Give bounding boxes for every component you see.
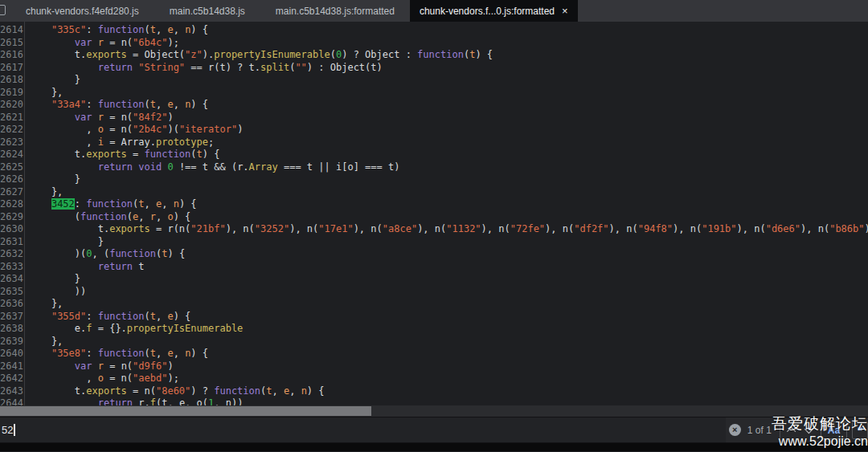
code-line[interactable]: }, [28,186,868,199]
code-line[interactable]: t.exports = Object("z").propertyIsEnumer… [28,49,868,62]
devtools-source-panel: chunk-vendors.f4efd280.jsmain.c5b14d38.j… [0,0,868,452]
line-number[interactable]: 2637 [0,311,21,324]
line-number[interactable]: 2617 [0,62,21,75]
code-line[interactable]: t.exports = r(n("21bf"), n("3252"), n("1… [28,223,868,236]
code-line[interactable]: } [28,273,868,286]
tab-label: chunk-vendors.f...0.js:formatted [420,6,555,17]
code-line[interactable]: e.f = {}.propertyIsEnumerable [28,323,868,336]
code-line[interactable]: }, [28,336,868,348]
scrollbar-thumb[interactable] [0,406,371,416]
code-line[interactable]: var r = n("6b4c"); [28,37,868,50]
line-number[interactable]: 2614 [0,24,21,37]
text-caret [14,424,15,436]
tab-label: main.c5b14d38.js [170,6,245,17]
code-line[interactable]: 3452: function(t, e, n) { [28,198,868,211]
chevron-down-icon [805,424,813,433]
panel-corner-icon [0,5,6,15]
line-number[interactable]: 2643 [0,385,21,398]
search-query-text: 52 [2,424,13,436]
line-number[interactable]: 2634 [0,273,21,286]
code-line[interactable]: return void 0 !== t && (r.Array === t ||… [28,161,868,174]
line-number[interactable]: 2631 [0,236,21,249]
line-number[interactable]: 2638 [0,323,21,336]
code-line[interactable]: "35e8": function(t, e, n) { [28,348,868,360]
line-number[interactable]: 2625 [0,161,21,174]
tab[interactable]: chunk-vendors.f4efd280.js [10,0,154,22]
code-line[interactable]: (function(e, r, o) { [28,211,868,224]
line-number[interactable]: 2640 [0,348,21,360]
code-line[interactable]: return t [28,261,868,274]
line-number[interactable]: 2619 [0,87,21,100]
line-number[interactable]: 2632 [0,248,21,261]
line-number[interactable]: 2639 [0,336,21,348]
tab-label: chunk-vendors.f4efd280.js [26,6,139,17]
code-line[interactable]: "335c": function(t, e, n) { [28,24,868,37]
tab-label: main.c5b14d38.js:formatted [276,6,395,17]
line-number[interactable]: 2636 [0,298,21,311]
code-line[interactable]: }, [28,87,868,100]
code-line[interactable]: "355d": function(t, e) { [28,311,868,324]
search-match-highlight: 3452 [51,198,75,210]
code-line[interactable]: t.exports = function(t) { [28,149,868,161]
next-match-button[interactable] [800,421,816,439]
line-number[interactable]: 2635 [0,286,21,299]
code-line[interactable]: var r = n("84f2") [28,112,868,124]
line-number[interactable]: 2642 [0,373,21,385]
clear-search-icon[interactable]: × [729,424,741,436]
code-line[interactable]: , i = Array.prototype; [28,136,868,149]
line-number[interactable]: 2616 [0,49,21,62]
line-number[interactable]: 2641 [0,360,21,373]
toolbar-divider [780,422,780,438]
code-editor: 2614261526162617261826192620262126222623… [0,22,868,417]
tab[interactable]: main.c5b14d38.js [154,0,260,22]
code-line[interactable]: "33a4": function(t, e, n) { [28,99,868,112]
line-number[interactable]: 2615 [0,37,21,50]
close-tab-icon[interactable]: × [562,6,568,16]
code-line[interactable]: , o = n("2b4c")("iterator") [28,124,868,136]
line-number[interactable]: 2624 [0,149,21,161]
code-line[interactable]: } [28,74,868,87]
regex-toggle[interactable]: * [852,421,868,439]
find-bar: 52 × 1 of 1 Aa * [0,417,868,443]
line-number[interactable]: 2623 [0,136,21,149]
code-line[interactable]: } [28,236,868,249]
code-line[interactable]: } [28,173,868,186]
line-number[interactable]: 2622 [0,124,21,136]
match-case-toggle[interactable]: Aa [821,421,847,439]
line-number[interactable]: 2627 [0,186,21,199]
line-number[interactable]: 2618 [0,74,21,87]
chevron-up-icon [787,426,796,435]
code-line[interactable]: , o = n("aebd"); [28,373,868,385]
code-line[interactable]: var r = n("d9f6") [28,360,868,373]
code-line[interactable]: )) [28,286,868,299]
code-line[interactable]: }, [28,298,868,311]
tab-bar: chunk-vendors.f4efd280.jsmain.c5b14d38.j… [0,0,868,22]
line-number-gutter: 2614261526162617261826192620262126222623… [0,22,25,417]
tab-active[interactable]: chunk-vendors.f...0.js:formatted× [410,0,578,22]
line-number[interactable]: 2630 [0,223,21,236]
bottom-strip [0,443,868,451]
code-line[interactable]: )(0, (function(t) { [28,248,868,261]
line-number[interactable]: 2626 [0,173,21,186]
code-line[interactable]: return "String" == r(t) ? t.split("") : … [28,62,868,75]
previous-match-button[interactable] [785,421,800,439]
tab[interactable]: main.c5b14d38.js:formatted [260,0,410,22]
code-line[interactable]: t.exports = n("8e60") ? function(t, e, n… [28,385,868,398]
line-number[interactable]: 2633 [0,261,21,274]
code-content[interactable]: "335c": function(t, e, n) { var r = n("6… [25,22,868,417]
search-input[interactable]: 52 [0,417,726,442]
line-number[interactable]: 2621 [0,112,21,124]
line-number[interactable]: 2628 [0,198,21,211]
horizontal-scrollbar[interactable] [0,405,868,417]
line-number[interactable]: 2620 [0,99,21,112]
match-count-label: 1 of 1 [747,425,772,436]
line-number[interactable]: 2629 [0,211,21,224]
